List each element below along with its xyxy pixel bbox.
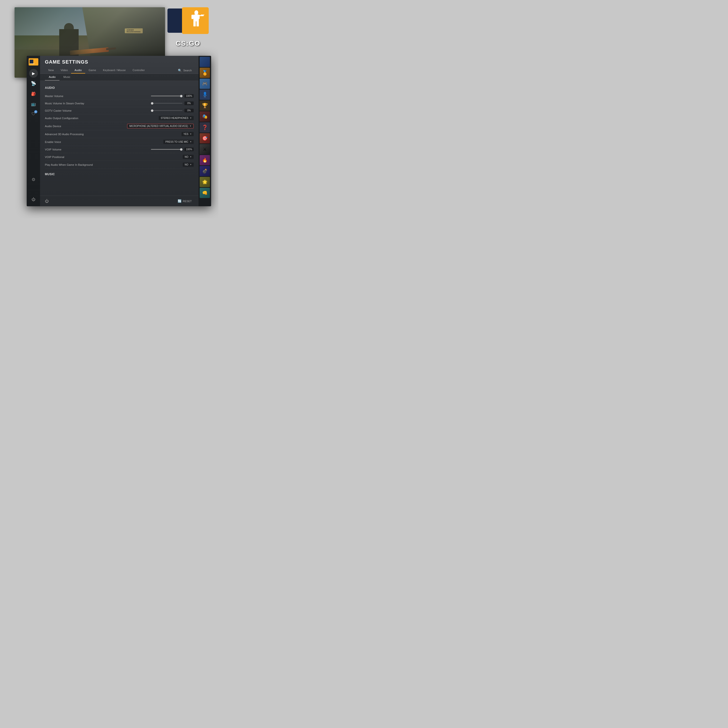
avatar-1[interactable] — [200, 57, 210, 67]
master-volume-fill — [151, 96, 182, 96]
advanced-3d-dropdown[interactable]: YES ▼ — [182, 132, 194, 136]
audio-device-dropdown[interactable]: MICROPHONE (ALTERED VIRTUAL AUDIO DEVICE… — [127, 124, 194, 128]
gotv-volume-slider[interactable] — [151, 110, 182, 111]
sidebar-shield-icon[interactable]: 🛡 42 — [29, 110, 38, 118]
svg-rect-5 — [197, 21, 199, 26]
svg-rect-8 — [30, 60, 33, 63]
csgo-logo-text: CS:GO — [167, 40, 209, 47]
avatar-6[interactable]: 🎭 — [200, 112, 210, 122]
avatar-3[interactable]: 🎮 — [200, 79, 210, 89]
master-volume-label: Master Volume — [45, 95, 151, 98]
tab-controller[interactable]: Controller — [129, 67, 148, 73]
voip-volume-thumb[interactable] — [180, 148, 182, 151]
csgo-logo-bg: CS:GO — [167, 7, 209, 47]
avatar-10[interactable]: 🔥 — [200, 155, 210, 165]
advanced-3d-arrow: ▼ — [190, 133, 192, 135]
music-volume-slider[interactable] — [151, 103, 182, 104]
power-icon-footer: ⏻ — [45, 199, 49, 203]
avatar-2[interactable]: 🏅 — [200, 68, 210, 78]
main-content: GAME SETTINGS New Video Audio Game Keybo… — [40, 56, 199, 206]
audio-device-control: MICROPHONE (ALTERED VIRTUAL AUDIO DEVICE… — [127, 124, 194, 128]
sidebar-inventory-icon[interactable]: 🎒 — [29, 89, 38, 98]
music-volume-control: 0% — [151, 101, 194, 105]
avatar-7[interactable]: ❓ — [200, 122, 210, 133]
svg-rect-6 — [191, 15, 193, 19]
enable-voice-label: Enable Voice — [45, 141, 163, 144]
play-audio-background-value: NO — [185, 163, 188, 166]
shield-badge: 42 — [34, 110, 37, 113]
tab-new[interactable]: New — [45, 67, 57, 73]
tab-keyboard-mouse[interactable]: Keyboard / Mouse — [99, 67, 129, 73]
music-volume-label: Music Volume In Steam Overlay — [45, 102, 151, 105]
right-sidebar: 🏅 🎮 👤 42 🏆 🎭 ❓ 🎯 ⚔ 🔥 💣 🌟 👊 — [199, 56, 211, 206]
logo-orange-bg — [182, 7, 209, 34]
master-volume-control: 100% — [151, 94, 194, 98]
play-audio-background-dropdown[interactable]: NO ▼ — [183, 162, 194, 167]
gotv-volume-thumb[interactable] — [151, 109, 153, 112]
svg-text:CS:GO: CS:GO — [30, 63, 34, 64]
person-icon: 👤 — [203, 92, 207, 96]
avatar-11[interactable]: 💣 — [200, 166, 210, 176]
gotv-volume-value: 0% — [184, 109, 194, 112]
sidebar-radio-icon[interactable]: 📡 — [29, 79, 38, 88]
voip-volume-label: VOIP Volume — [45, 148, 151, 151]
setting-row-play-audio-background: Play Audio When Game In Background NO ▼ — [45, 161, 194, 169]
search-label: Search — [183, 69, 192, 72]
sidebar-logo-svg: CS:GO — [30, 59, 37, 64]
voip-volume-slider[interactable] — [151, 149, 182, 150]
section-music-title: Music — [45, 173, 194, 176]
reset-button[interactable]: 🔄 RESET — [176, 198, 194, 204]
sidebar-power-icon[interactable]: ⏻ — [29, 195, 38, 204]
avatar-friends-count[interactable]: 👤 42 — [200, 90, 210, 100]
header: GAME SETTINGS New Video Audio Game Keybo… — [40, 56, 199, 74]
audio-output-dropdown[interactable]: STEREO HEADPHONES ▼ — [159, 116, 194, 120]
power-button[interactable]: ⏻ — [45, 199, 49, 203]
voip-volume-value: 100% — [184, 148, 194, 151]
subtab-music[interactable]: Music — [60, 74, 74, 81]
voip-volume-control: 100% — [151, 148, 194, 151]
play-icon: ▶ — [32, 71, 35, 76]
svg-rect-7 — [198, 15, 200, 19]
inventory-icon: 🎒 — [31, 92, 36, 96]
master-volume-thumb[interactable] — [180, 95, 182, 97]
section-audio-title: Audio — [45, 86, 194, 90]
search-icon: 🔍 — [178, 69, 182, 72]
avatar-13[interactable]: 👊 — [200, 188, 210, 198]
sidebar-play-icon[interactable]: ▶ — [29, 69, 38, 78]
nav-tabs: New Video Audio Game Keyboard / Mouse Co… — [45, 67, 194, 73]
sidebar-tv-icon[interactable]: 📺 — [29, 99, 38, 108]
play-audio-background-label: Play Audio When Game In Background — [45, 163, 183, 166]
voip-positional-control: NO ▼ — [183, 155, 194, 159]
advanced-3d-label: Advanced 3D Audio Processing — [45, 133, 182, 136]
tab-game[interactable]: Game — [85, 67, 99, 73]
sidebar-csgo-logo: CS:GO — [29, 58, 38, 66]
soldier-svg — [186, 10, 205, 29]
search-button[interactable]: 🔍 Search — [176, 68, 194, 73]
audio-device-label: Audio Device — [45, 125, 127, 128]
reset-label: RESET — [183, 200, 192, 203]
avatar-8[interactable]: 🎯 — [200, 133, 210, 144]
tab-audio[interactable]: Audio — [71, 67, 85, 73]
tv-icon: 📺 — [31, 102, 36, 106]
footer: ⏻ 🔄 RESET — [40, 196, 199, 206]
avatar-5[interactable]: 🏆 — [200, 101, 210, 111]
play-audio-background-arrow: ▼ — [190, 164, 192, 166]
music-volume-thumb[interactable] — [151, 102, 153, 105]
voip-positional-dropdown[interactable]: NO ▼ — [183, 155, 194, 159]
left-sidebar: CS:GO ▶ 📡 🎒 📺 🛡 42 ⚙ ⏻ — [27, 56, 40, 206]
audio-output-arrow: ▼ — [190, 117, 192, 119]
gotv-volume-label: GOTV Caster Volume — [45, 109, 151, 112]
audio-device-arrow: ▼ — [190, 125, 191, 127]
voip-positional-value: NO — [185, 156, 188, 158]
subtab-audio[interactable]: Audio — [45, 74, 60, 81]
voip-positional-label: VOIP Positional — [45, 156, 183, 159]
sidebar-gear-icon[interactable]: ⚙ — [29, 175, 38, 184]
avatar-12[interactable]: 🌟 — [200, 177, 210, 187]
enable-voice-dropdown[interactable]: PRESS TO USE MIC ▼ — [163, 140, 194, 144]
gear-icon: ⚙ — [32, 177, 35, 182]
audio-output-control: STEREO HEADPHONES ▼ — [159, 116, 194, 120]
avatar-9[interactable]: ⚔ — [200, 144, 210, 154]
master-volume-slider[interactable] — [151, 96, 182, 96]
tab-video[interactable]: Video — [57, 67, 71, 73]
voip-positional-arrow: ▼ — [190, 156, 192, 158]
